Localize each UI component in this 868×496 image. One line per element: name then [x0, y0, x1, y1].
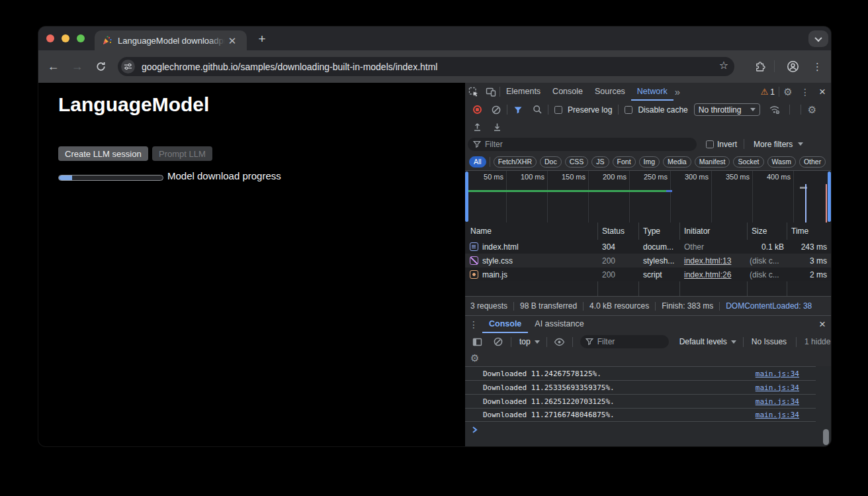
tab-console[interactable]: Console — [546, 83, 589, 101]
overview-right-handle[interactable] — [828, 172, 831, 222]
chip-fetch-xhr[interactable]: Fetch/XHR — [494, 156, 537, 168]
tab-network[interactable]: Network — [631, 83, 673, 101]
chip-media[interactable]: Media — [663, 156, 691, 168]
overview-left-handle[interactable] — [465, 172, 468, 222]
import-har-button[interactable] — [468, 119, 486, 136]
drawer-tab-console[interactable]: Console — [482, 316, 528, 333]
more-tabs-icon[interactable]: » — [675, 86, 680, 97]
console-filter-input[interactable] — [597, 337, 664, 346]
maximize-window-button[interactable] — [77, 34, 85, 42]
new-tab-button[interactable]: + — [254, 31, 270, 47]
tab-sources[interactable]: Sources — [589, 83, 631, 101]
filter-toggle-button[interactable] — [509, 101, 527, 119]
table-row-main-js[interactable]: main.js 200 script index.html:26 (disk c… — [465, 268, 831, 281]
console-settings-gear-icon[interactable]: ⚙ — [470, 352, 479, 364]
wifi-gear-icon — [769, 105, 781, 115]
drawer-menu-icon[interactable]: ⋮ — [465, 316, 482, 333]
extensions-button[interactable] — [752, 58, 768, 75]
network-overview-timeline[interactable]: 50 ms 100 ms 150 ms 200 ms 250 ms 300 ms… — [465, 170, 831, 223]
search-button[interactable] — [529, 101, 546, 119]
tab-elements[interactable]: Elements — [500, 83, 546, 101]
forward-button[interactable]: → — [69, 58, 85, 75]
address-bar[interactable]: googlechrome.github.io/samples/downloadi… — [118, 57, 734, 76]
source-link[interactable]: main.js:34 — [756, 411, 799, 419]
drawer-close-icon[interactable]: × — [814, 316, 831, 333]
table-row-style-css[interactable]: style.css 200 stylesh... index.html:13 (… — [465, 254, 831, 268]
log-levels-select[interactable]: Default levels — [679, 337, 727, 346]
device-toolbar-button[interactable] — [482, 83, 499, 101]
clear-network-log-button[interactable] — [488, 101, 505, 119]
initiator-link[interactable]: index.html:26 — [684, 270, 731, 279]
chip-all[interactable]: All — [469, 156, 486, 168]
har-toolbar — [465, 119, 831, 135]
record-network-log-button[interactable] — [468, 101, 486, 119]
devtools-close-icon[interactable]: × — [814, 83, 831, 101]
reload-button[interactable] — [93, 58, 109, 75]
warning-icon[interactable]: ⚠ — [761, 87, 769, 97]
disable-cache-checkbox[interactable] — [625, 106, 632, 114]
bookmark-star-icon[interactable]: ☆ — [719, 59, 728, 72]
minimize-window-button[interactable] — [62, 34, 69, 42]
column-header-status[interactable]: Status — [602, 223, 625, 240]
network-conditions-button[interactable] — [766, 101, 783, 119]
chip-manifest[interactable]: Manifest — [695, 156, 730, 168]
invert-label[interactable]: Invert — [717, 140, 737, 149]
throttling-select[interactable]: No throttling — [694, 103, 761, 116]
chip-wasm[interactable]: Wasm — [767, 156, 796, 168]
console-sidebar-toggle-button[interactable] — [468, 333, 486, 350]
table-row-index-html[interactable]: index.html 304 docum... Other 0.1 kB 243… — [465, 240, 831, 254]
drawer-tab-ai-assistance[interactable]: AI assistance — [528, 316, 590, 333]
column-header-size[interactable]: Size — [752, 223, 767, 240]
preserve-log-checkbox[interactable] — [554, 106, 562, 114]
chip-img[interactable]: Img — [639, 156, 660, 168]
network-settings-gear-icon[interactable]: ⚙ — [803, 101, 820, 119]
clear-console-button[interactable] — [490, 333, 507, 350]
chip-other[interactable]: Other — [799, 156, 826, 168]
close-window-button[interactable] — [46, 34, 54, 42]
clear-icon — [492, 105, 501, 115]
network-filter-field[interactable] — [468, 138, 697, 151]
chip-css[interactable]: CSS — [565, 156, 589, 168]
chip-doc[interactable]: Doc — [540, 156, 562, 168]
console-filter-field[interactable] — [580, 335, 669, 348]
network-filter-input[interactable] — [485, 140, 677, 149]
prompt-llm-button[interactable]: Prompt LLM — [152, 146, 212, 161]
chip-socket[interactable]: Socket — [733, 156, 763, 168]
context-selector[interactable]: top — [519, 337, 531, 346]
invert-checkbox[interactable] — [706, 140, 714, 148]
chip-js[interactable]: JS — [591, 156, 609, 168]
browser-tab[interactable]: LanguageModel downloadpro ✕ — [95, 30, 247, 50]
network-filter-row: Invert More filters — [465, 135, 831, 153]
initiator-link[interactable]: index.html:13 — [684, 256, 731, 266]
console-scrollbar[interactable] — [823, 429, 829, 445]
profile-button[interactable] — [785, 58, 801, 75]
devtools-settings-gear-icon[interactable]: ⚙ — [779, 83, 797, 101]
console-prompt[interactable] — [472, 426, 478, 436]
source-link[interactable]: main.js:34 — [756, 383, 799, 392]
column-header-time[interactable]: Time — [791, 223, 808, 240]
browser-menu-button[interactable]: ⋮ — [809, 58, 826, 75]
more-filters-button[interactable]: More filters — [754, 140, 793, 149]
column-header-type[interactable]: Type — [643, 223, 660, 240]
tick-100ms: 100 ms — [510, 173, 544, 181]
tab-search-button[interactable] — [808, 30, 828, 47]
devtools-menu-icon[interactable]: ⋮ — [797, 83, 814, 101]
site-info-button[interactable] — [121, 60, 135, 74]
message-text: Downloaded 11.25335693359375%. — [483, 383, 615, 392]
summary-finish: Finish: 383 ms — [662, 301, 713, 311]
tick-250ms: 250 ms — [633, 173, 668, 181]
column-header-name[interactable]: Name — [470, 223, 492, 240]
column-header-initiator[interactable]: Initiator — [684, 223, 710, 240]
export-har-button[interactable] — [488, 119, 505, 136]
issues-counter[interactable]: No Issues — [752, 337, 787, 346]
source-link[interactable]: main.js:34 — [756, 370, 799, 378]
tab-close-icon[interactable]: ✕ — [226, 36, 238, 46]
back-button[interactable]: ← — [45, 58, 62, 75]
disable-cache-label[interactable]: Disable cache — [638, 105, 687, 115]
chip-font[interactable]: Font — [613, 156, 636, 168]
preserve-log-label[interactable]: Preserve log — [568, 105, 612, 115]
source-link[interactable]: main.js:34 — [756, 397, 799, 406]
inspect-element-button[interactable] — [465, 83, 482, 101]
live-expression-button[interactable] — [551, 333, 568, 350]
create-llm-session-button[interactable]: Create LLM session — [58, 146, 148, 161]
